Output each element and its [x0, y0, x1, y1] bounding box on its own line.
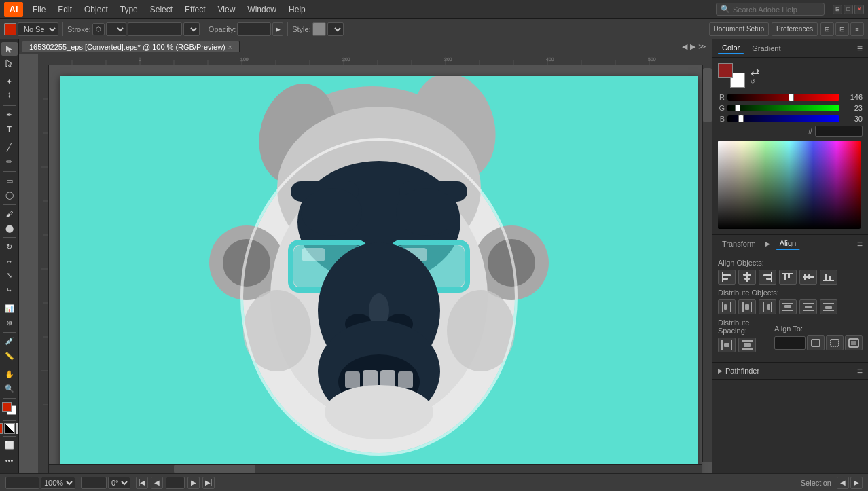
selection-tool[interactable] [1, 42, 18, 56]
pathfinder-header[interactable]: ▶ Pathfinder ≡ [712, 363, 868, 380]
paintbrush-tool[interactable]: 🖌 [1, 207, 18, 221]
eyedropper-tool[interactable]: 💉 [1, 335, 18, 348]
panel-options-btn[interactable]: ⊟ [835, 22, 849, 36]
fill-swatch[interactable] [4, 23, 16, 35]
color-panel-menu-icon[interactable]: ≡ [857, 43, 863, 54]
align-to-selection-btn[interactable] [826, 335, 844, 350]
space-v-btn[interactable] [738, 338, 756, 352]
g-slider-thumb[interactable] [735, 105, 740, 111]
align-right-btn[interactable] [759, 270, 776, 285]
canvas-viewport[interactable]: 0 100 200 300 400 [19, 54, 712, 473]
fill-color-swatch[interactable] [718, 63, 733, 78]
first-page-btn[interactable]: |◀ [136, 477, 148, 489]
page-input[interactable]: 1 [166, 477, 185, 489]
r-slider[interactable] [727, 94, 839, 101]
align-to-input[interactable]: 0 pt [774, 336, 806, 350]
preferences-button[interactable]: Preferences [772, 22, 818, 36]
align-to-artboard-btn[interactable] [845, 335, 863, 350]
lasso-tool[interactable]: ⌇ [1, 90, 18, 103]
align-tab[interactable]: Align [776, 238, 800, 250]
scale-tool[interactable]: ⤡ [1, 269, 18, 283]
stroke-value-input[interactable]: 3 pt. Round [128, 22, 182, 36]
direct-selection-tool[interactable] [1, 56, 18, 70]
dist-center-v-btn[interactable] [799, 299, 817, 314]
measure-tool[interactable]: 📏 [1, 349, 18, 363]
dist-bottom-btn[interactable] [820, 299, 837, 314]
status-right-arrow[interactable]: ▶ [850, 477, 863, 489]
dist-left-btn[interactable] [718, 299, 736, 314]
align-center-h-btn[interactable] [738, 270, 756, 285]
tab-scroll-right[interactable]: ▶ [690, 42, 695, 51]
hand-tool[interactable]: ✋ [1, 367, 18, 381]
menu-view[interactable]: View [213, 3, 241, 16]
align-bottom-btn[interactable] [820, 270, 837, 285]
fill-select[interactable]: No Selection [18, 22, 58, 36]
document-setup-button[interactable]: Document Setup [709, 22, 770, 36]
scrollbar-thumb-h[interactable] [174, 465, 255, 473]
rotate-tool[interactable]: ↻ [1, 240, 18, 253]
dist-center-h-btn[interactable] [738, 299, 756, 314]
align-center-v-btn[interactable] [799, 270, 817, 285]
gradient-tab[interactable]: Gradient [748, 43, 784, 54]
dist-right-btn[interactable] [759, 299, 776, 314]
opacity-expand-btn[interactable]: ▶ [272, 22, 283, 36]
last-page-btn[interactable]: ▶| [202, 477, 215, 489]
status-left-arrow[interactable]: ◀ [837, 477, 849, 489]
reset-colors-btn[interactable]: ↺ [751, 79, 759, 85]
panel-menu-btn[interactable]: ≡ [850, 22, 864, 36]
align-panel-menu-icon[interactable]: ≡ [857, 238, 863, 249]
next-page-btn[interactable]: ▶ [187, 477, 200, 489]
menu-select[interactable]: Select [145, 3, 178, 16]
more-tools-icon[interactable]: ••• [1, 453, 18, 468]
blob-brush-tool[interactable]: ⬤ [1, 221, 18, 235]
scrollbar-thumb-v[interactable] [703, 68, 712, 122]
warp-tool[interactable]: ⤷ [1, 283, 18, 297]
more-tools-btn[interactable]: ••• [1, 453, 18, 471]
swap-colors-btn[interactable]: ⇄ [751, 67, 759, 77]
menu-effect[interactable]: Effect [179, 3, 211, 16]
menu-edit[interactable]: Edit [52, 3, 77, 16]
hex-input[interactable]: 92171e [815, 126, 863, 137]
artboard[interactable] [60, 76, 698, 473]
menu-type[interactable]: Type [115, 3, 143, 16]
type-tool[interactable]: T [1, 122, 18, 136]
panel-toggle-btn[interactable]: ⊟ [833, 5, 842, 14]
tab-close-btn[interactable]: × [228, 43, 232, 51]
tab-expand-btn[interactable]: ≫ [698, 42, 706, 51]
zoom-tool[interactable]: 🔍 [1, 382, 18, 396]
window-maximize-btn[interactable]: □ [844, 5, 853, 14]
rotation-input[interactable]: 0° [81, 477, 107, 489]
menu-object[interactable]: Object [79, 3, 113, 16]
opacity-input[interactable]: 100% [237, 22, 271, 36]
prev-page-btn[interactable]: ◀ [151, 477, 163, 489]
search-box[interactable]: 🔍 [716, 3, 825, 16]
scrollbar-vertical[interactable] [702, 54, 712, 462]
pencil-tool[interactable]: ✏ [1, 156, 18, 169]
document-tab[interactable]: 165302255_eps [Converted].eps* @ 100 % (… [22, 41, 240, 52]
scrollbar-horizontal[interactable] [38, 464, 702, 473]
menu-file[interactable]: File [27, 3, 51, 16]
graph-tool[interactable]: 📊 [1, 302, 18, 315]
stroke-select[interactable] [106, 22, 126, 36]
align-top-btn[interactable] [779, 270, 797, 285]
style-swatch[interactable] [312, 22, 326, 36]
search-input[interactable] [733, 5, 821, 14]
zoom-input[interactable]: 100% [5, 477, 39, 489]
ellipse-tool[interactable]: ◯ [1, 188, 18, 202]
menu-window[interactable]: Window [242, 3, 282, 16]
panel-arrange-btn[interactable]: ⊞ [820, 22, 834, 36]
magic-wand-tool[interactable]: ✦ [1, 75, 18, 89]
zoom-select[interactable]: 100% 50% 200% [41, 477, 75, 489]
color-spectrum[interactable] [718, 141, 861, 229]
color-tab[interactable]: Color [718, 42, 744, 54]
align-to-key-obj-btn[interactable] [807, 335, 825, 350]
stroke-type-select[interactable] [183, 22, 200, 36]
menu-help[interactable]: Help [283, 3, 311, 16]
space-h-btn[interactable] [718, 338, 736, 352]
stroke-icon[interactable]: ⬡ [92, 23, 105, 35]
symbol-tool[interactable]: ⊛ [1, 316, 18, 330]
b-slider-thumb[interactable] [738, 115, 744, 122]
g-slider[interactable] [727, 105, 839, 111]
style-select[interactable] [327, 22, 344, 36]
tab-scroll-left[interactable]: ◀ [682, 42, 687, 51]
